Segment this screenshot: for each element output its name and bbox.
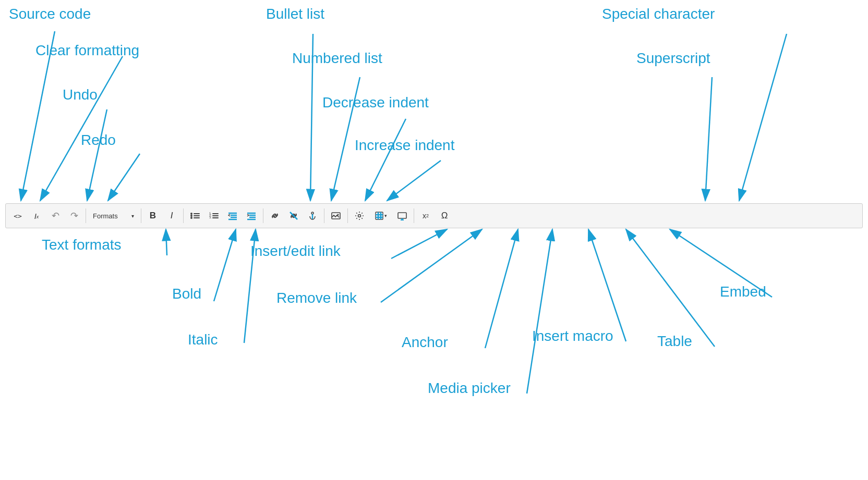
svg-line-19 — [705, 77, 712, 201]
svg-rect-52 — [398, 213, 406, 218]
svg-line-16 — [588, 229, 626, 341]
separator-7 — [414, 208, 414, 223]
svg-line-6 — [214, 229, 236, 301]
arrows-svg — [0, 0, 868, 480]
undo-button[interactable]: ↶ — [46, 207, 64, 225]
label-bold: Bold — [172, 285, 201, 303]
svg-rect-28 — [212, 213, 219, 214]
superscript-button[interactable]: x2 — [417, 207, 435, 225]
remove-link-button[interactable] — [285, 207, 303, 225]
decrease-indent-button[interactable] — [224, 207, 242, 225]
svg-line-4 — [108, 154, 140, 201]
svg-rect-30 — [212, 215, 219, 216]
svg-line-5 — [166, 229, 167, 255]
label-bullet-list: Bullet list — [266, 5, 324, 23]
special-character-button[interactable]: Ω — [436, 207, 453, 225]
separator-3 — [183, 208, 184, 223]
svg-rect-32 — [212, 217, 219, 218]
svg-line-13 — [381, 229, 482, 302]
formats-label: Formats — [93, 212, 118, 220]
separator-5 — [324, 208, 324, 223]
diagram-container: Source code Clear formatting Undo Redo T… — [0, 0, 868, 480]
label-increase-indent: Increase indent — [355, 137, 454, 154]
label-media-picker: Media picker — [428, 379, 511, 397]
svg-line-15 — [527, 229, 552, 393]
label-numbered-list: Numbered list — [292, 50, 382, 67]
bold-button[interactable]: B — [144, 207, 162, 225]
label-anchor: Anchor — [402, 334, 448, 351]
italic-button[interactable]: I — [163, 207, 180, 225]
clear-formatting-button[interactable]: Ix — [28, 207, 45, 225]
label-clear-formatting: Clear formatting — [35, 42, 139, 59]
numbered-list-button[interactable]: 1.2.3. — [205, 207, 223, 225]
svg-point-46 — [358, 215, 361, 217]
svg-line-12 — [391, 229, 447, 259]
label-italic: Italic — [188, 331, 218, 349]
separator-6 — [347, 208, 348, 223]
svg-rect-24 — [194, 215, 200, 216]
svg-line-3 — [87, 109, 107, 201]
source-code-button[interactable]: <> — [9, 207, 27, 225]
toolbar: <> Ix ↶ ↷ Formats ▾ B I 1.2.3. — [5, 203, 863, 228]
svg-point-25 — [190, 217, 192, 219]
label-source-code: Source code — [9, 5, 91, 23]
label-superscript: Superscript — [636, 50, 710, 67]
label-insert-macro: Insert macro — [532, 327, 613, 345]
separator-4 — [263, 208, 263, 223]
bullet-list-button[interactable] — [186, 207, 204, 225]
separator-1 — [86, 208, 86, 223]
label-text-formats: Text formats — [42, 236, 121, 254]
svg-line-11 — [387, 161, 441, 201]
svg-point-45 — [337, 214, 339, 216]
svg-rect-47 — [376, 212, 383, 219]
label-undo: Undo — [63, 86, 98, 104]
label-decrease-indent: Decrease indent — [322, 94, 429, 112]
svg-line-20 — [739, 34, 787, 201]
insert-link-button[interactable] — [266, 207, 284, 225]
insert-macro-button[interactable] — [351, 207, 368, 225]
svg-line-10 — [365, 119, 406, 201]
embed-button[interactable] — [393, 207, 411, 225]
svg-line-2 — [40, 56, 123, 201]
svg-line-14 — [485, 229, 518, 348]
label-special-character: Special character — [602, 5, 715, 23]
label-remove-link: Remove link — [276, 289, 357, 307]
svg-line-17 — [626, 229, 715, 347]
formats-chevron-icon: ▾ — [131, 213, 134, 219]
label-redo: Redo — [81, 131, 116, 149]
label-table: Table — [657, 333, 692, 350]
svg-rect-26 — [194, 217, 200, 218]
label-insert-edit-link: Insert/edit link — [250, 242, 341, 260]
formats-button[interactable]: Formats ▾ — [89, 207, 138, 225]
svg-text:3.: 3. — [209, 216, 212, 219]
anchor-button[interactable] — [304, 207, 321, 225]
media-picker-button[interactable] — [327, 207, 345, 225]
svg-rect-22 — [194, 213, 200, 214]
increase-indent-button[interactable] — [243, 207, 260, 225]
label-embed: Embed — [720, 283, 766, 301]
table-button[interactable]: ▾ — [369, 207, 392, 225]
redo-button[interactable]: ↷ — [65, 207, 83, 225]
separator-2 — [141, 208, 141, 223]
svg-point-23 — [190, 215, 192, 217]
svg-point-42 — [311, 212, 314, 214]
svg-point-21 — [190, 213, 192, 215]
